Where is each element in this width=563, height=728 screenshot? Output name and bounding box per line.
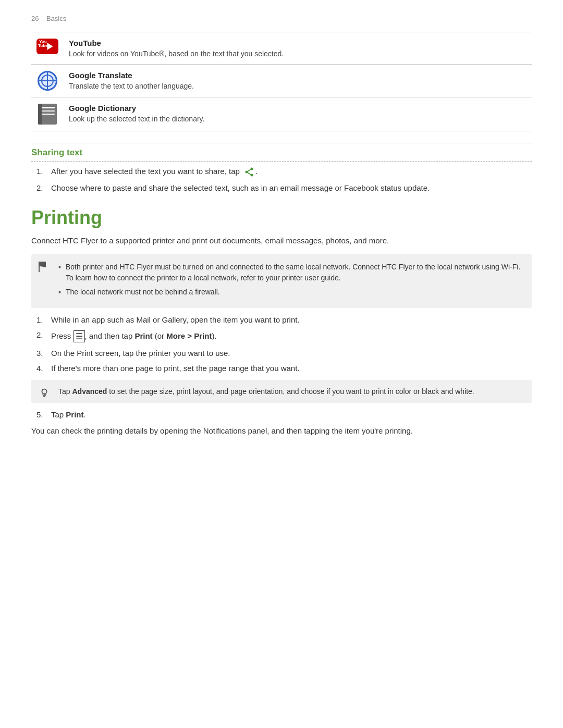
closing-text: You can check the printing details by op… [31, 426, 532, 435]
sharing-step-1: 1. After you have selected the text you … [31, 167, 532, 177]
app-table-row: Google Dictionary Look up the selected t… [31, 97, 532, 131]
print-step-num-3: 3. [36, 349, 51, 357]
printing-step-5: 5. Tap Print. [31, 410, 532, 419]
step-num-1: 1. [36, 167, 51, 176]
step-num-2: 2. [36, 183, 51, 192]
printing-description: Connect HTC Flyer to a supported printer… [31, 236, 532, 245]
print-step-text-5: Tap Print. [51, 410, 532, 419]
printing-step-3: 3. On the Print screen, tap the printer … [31, 349, 532, 357]
page-container: 26 Basics YouTube YouTube Look for video… [0, 0, 563, 476]
app-content-cell: Google Translate Translate the text to a… [64, 65, 532, 97]
step-text-2: Choose where to paste and share the sele… [51, 183, 532, 192]
printing-steps-list: 1. While in an app such as Mail or Galle… [31, 315, 532, 373]
lightbulb-icon [39, 387, 50, 401]
tip-text: Tap Advanced to set the page size, print… [58, 387, 474, 396]
note-list: Both printer and HTC Flyer must be turne… [58, 262, 522, 298]
note-item-1: Both printer and HTC Flyer must be turne… [58, 262, 522, 283]
app-name: YouTube [69, 39, 527, 47]
step-text-1: After you have selected the text you wan… [51, 167, 532, 177]
print-step-num-4: 4. [36, 364, 51, 373]
sharing-section: Sharing text 1. After you have selected … [31, 147, 532, 192]
svg-line-10 [45, 394, 46, 395]
svg-point-5 [42, 389, 46, 394]
sharing-steps-list: 1. After you have selected the text you … [31, 167, 532, 192]
app-content-cell: YouTube Look for videos on YouTube®, bas… [64, 32, 532, 65]
app-icon-cell [31, 97, 64, 131]
printing-title: Printing [31, 207, 532, 229]
printing-step-4: 4. If there's more than one page to prin… [31, 364, 532, 373]
app-name: Google Translate [69, 71, 527, 80]
print-step-text-1: While in an app such as Mail or Gallery,… [51, 315, 532, 324]
svg-line-4 [247, 172, 252, 175]
flag-icon [39, 262, 47, 275]
print-step-num-2: 2. [36, 330, 51, 339]
page-num: 26 [31, 15, 39, 22]
app-desc: Look for videos on YouTube®, based on th… [69, 50, 527, 58]
app-icon-cell [31, 65, 64, 97]
page-section: Basics [46, 15, 66, 22]
printing-step5-list: 5. Tap Print. [31, 410, 532, 419]
app-name: Google Dictionary [69, 104, 527, 113]
print-step-text-2: Press ☰, and then tap Print (or More > P… [51, 330, 532, 342]
page-header: 26 Basics [31, 15, 532, 22]
app-table-row: Google Translate Translate the text to a… [31, 65, 532, 97]
printing-step-2: 2. Press ☰, and then tap Print (or More … [31, 330, 532, 342]
note-box: Both printer and HTC Flyer must be turne… [31, 254, 532, 308]
menu-icon: ☰ [74, 330, 85, 342]
app-desc: Look up the selected text in the diction… [69, 115, 527, 123]
share-icon [244, 167, 254, 177]
print-step-num-1: 1. [36, 315, 51, 324]
apps-table: YouTube YouTube Look for videos on YouTu… [31, 32, 532, 131]
app-desc: Translate the text to another language. [69, 82, 527, 90]
svg-line-9 [43, 394, 43, 395]
sharing-heading: Sharing text [31, 147, 532, 162]
print-step-num-5: 5. [36, 410, 51, 419]
svg-line-3 [247, 169, 252, 172]
app-table-row: YouTube YouTube Look for videos on YouTu… [31, 32, 532, 65]
note-item-2: The local network must not be behind a f… [58, 287, 522, 298]
tip-box: Tap Advanced to set the page size, print… [31, 380, 532, 403]
app-icon-cell: YouTube [31, 32, 64, 65]
app-content-cell: Google Dictionary Look up the selected t… [64, 97, 532, 131]
print-step-text-3: On the Print screen, tap the printer you… [51, 349, 532, 357]
section-divider-top [31, 143, 532, 143]
printing-step-1: 1. While in an app such as Mail or Galle… [31, 315, 532, 324]
print-step-text-4: If there's more than one page to print, … [51, 364, 532, 373]
sharing-step-2: 2. Choose where to paste and share the s… [31, 183, 532, 192]
